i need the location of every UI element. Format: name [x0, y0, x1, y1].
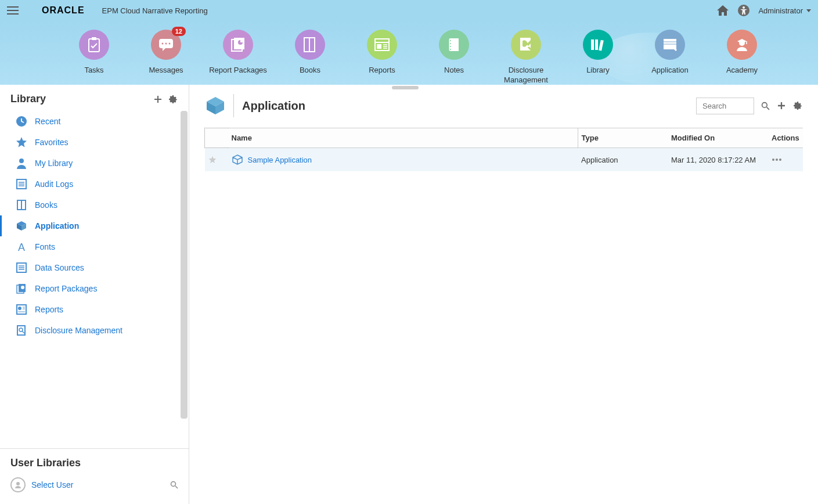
svg-rect-2: [89, 39, 99, 52]
sidebar-item-books[interactable]: Books: [0, 195, 189, 215]
svg-rect-15: [377, 44, 381, 49]
star-icon: [15, 136, 28, 149]
add-icon[interactable]: [153, 94, 163, 105]
chat-icon: 12: [151, 30, 181, 60]
nav-tasks[interactable]: Tasks: [58, 30, 130, 75]
report-pkg-small-icon: [15, 282, 28, 295]
svg-point-62: [772, 159, 774, 161]
hamburger-menu-icon[interactable]: [7, 6, 19, 15]
user-libraries-title: User Libraries: [10, 457, 178, 469]
lines-icon: [15, 261, 28, 274]
sidebar-item-label: Report Packages: [35, 284, 97, 293]
library-icon: [583, 30, 613, 60]
nav-application[interactable]: Application: [634, 30, 706, 75]
cube-icon: [15, 219, 28, 232]
select-user-label: Select User: [31, 480, 73, 489]
clipboard-icon: [79, 30, 109, 60]
sidebar-item-label: Books: [35, 200, 57, 210]
svg-point-20: [450, 40, 451, 41]
font-icon: A: [15, 240, 28, 253]
favorite-star-icon[interactable]: [205, 148, 228, 172]
svg-line-61: [766, 107, 769, 109]
svg-rect-27: [599, 40, 604, 51]
search-input[interactable]: [696, 98, 754, 114]
column-name[interactable]: Name: [228, 128, 578, 148]
svg-point-7: [169, 43, 171, 45]
user-circle-icon: [10, 477, 26, 492]
svg-point-34: [19, 159, 24, 163]
sidebar-item-recent[interactable]: Recent: [0, 111, 189, 132]
nav-books[interactable]: Books: [274, 30, 346, 75]
svg-point-57: [16, 482, 20, 485]
sidebar-item-label: My Library: [35, 159, 73, 168]
nav-messages[interactable]: 12Messages: [130, 30, 202, 75]
svg-rect-25: [591, 39, 594, 50]
svg-point-22: [450, 46, 451, 47]
gear-icon[interactable]: [792, 100, 803, 111]
user-name: Administrator: [758, 6, 803, 15]
disclosure-icon: [511, 30, 541, 60]
add-icon[interactable]: [776, 100, 787, 111]
accessibility-icon[interactable]: [737, 4, 750, 17]
notes-icon: [439, 30, 469, 60]
svg-point-6: [165, 43, 167, 45]
row-name-link[interactable]: Sample Application: [232, 154, 575, 165]
svg-point-63: [776, 159, 778, 161]
user-menu[interactable]: Administrator: [758, 6, 811, 15]
search-icon[interactable]: [760, 100, 770, 111]
nav-library[interactable]: Library: [562, 30, 634, 75]
svg-point-21: [450, 43, 451, 44]
lines-icon: [15, 178, 28, 190]
sidebar-item-fonts[interactable]: AFonts: [0, 236, 189, 257]
book-icon: [295, 30, 325, 60]
nav-label: Report Packages: [209, 66, 267, 75]
drag-handle[interactable]: [392, 86, 419, 89]
nav-label: Notes: [444, 66, 464, 75]
nav-label: Library: [586, 66, 610, 75]
sidebar-item-data-sources[interactable]: Data Sources: [0, 257, 189, 278]
column-modified[interactable]: Modified On: [668, 128, 768, 148]
column-actions[interactable]: Actions: [768, 128, 803, 148]
sidebar-item-favorites[interactable]: Favorites: [0, 132, 189, 153]
sidebar-item-label: Favorites: [35, 138, 69, 147]
row-actions-icon[interactable]: [768, 148, 803, 172]
svg-text:A: A: [18, 242, 25, 253]
select-user-button[interactable]: Select User: [10, 477, 178, 492]
nav-notes[interactable]: Notes: [418, 30, 490, 75]
sidebar-item-audit-logs[interactable]: Audit Logs: [0, 174, 189, 195]
nav-disclosure-management[interactable]: DisclosureManagement: [490, 30, 562, 85]
svg-point-64: [779, 159, 781, 161]
svg-rect-54: [17, 326, 25, 335]
nav-label: Tasks: [84, 66, 103, 75]
svg-point-58: [171, 482, 176, 487]
table-row[interactable]: Sample ApplicationApplicationMar 11, 202…: [205, 148, 803, 172]
sidebar-item-reports[interactable]: Reports: [0, 299, 189, 320]
svg-point-23: [450, 49, 451, 50]
scrollbar-thumb[interactable]: [181, 111, 188, 419]
brand-logo: ORACLE: [42, 5, 85, 16]
search-icon[interactable]: [170, 481, 178, 489]
row-type: Application: [578, 148, 668, 172]
nav-reports[interactable]: Reports: [346, 30, 418, 75]
sidebar-item-my-library[interactable]: My Library: [0, 153, 189, 174]
home-icon[interactable]: [716, 4, 729, 17]
application-icon: [204, 95, 226, 117]
sidebar-item-report-packages[interactable]: Report Packages: [0, 278, 189, 299]
sidebar-item-label: Application: [35, 221, 79, 231]
sidebar-item-label: Data Sources: [35, 263, 84, 272]
gear-icon[interactable]: [168, 94, 178, 105]
sidebar-item-label: Reports: [35, 305, 63, 314]
svg-rect-26: [595, 39, 598, 50]
report-small-icon: [15, 303, 28, 316]
nav-report-packages[interactable]: Report Packages: [202, 30, 274, 75]
report-icon: [367, 30, 397, 60]
nav-label: DisclosureManagement: [504, 66, 548, 85]
svg-point-48: [21, 286, 24, 289]
application-icon: [655, 30, 685, 60]
column-type[interactable]: Type: [578, 128, 668, 148]
svg-point-1: [743, 6, 745, 9]
sidebar-item-disclosure-management[interactable]: Disclosure Management: [0, 320, 189, 341]
sidebar-item-label: Audit Logs: [35, 179, 73, 189]
sidebar-item-application[interactable]: Application: [0, 215, 189, 236]
nav-academy[interactable]: Academy: [706, 30, 778, 75]
